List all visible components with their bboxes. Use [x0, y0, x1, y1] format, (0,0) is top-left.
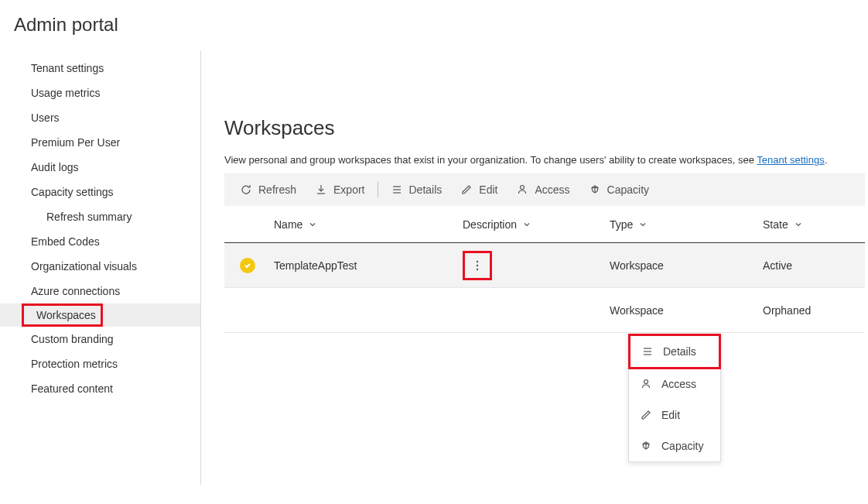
- table-header: Name Description Type State: [224, 206, 865, 243]
- export-button[interactable]: Export: [306, 173, 374, 206]
- nav-tenant-settings[interactable]: Tenant settings: [0, 56, 200, 81]
- chevron-down-icon: [795, 221, 802, 228]
- col-state[interactable]: State: [763, 218, 865, 231]
- more-options-button[interactable]: [466, 255, 488, 276]
- nav-usage-metrics[interactable]: Usage metrics: [0, 81, 200, 105]
- svg-point-12: [644, 380, 648, 384]
- col-type[interactable]: Type: [610, 218, 763, 231]
- capacity-icon: [640, 440, 652, 452]
- page-title: Workspaces: [224, 116, 865, 140]
- cell-state: Active: [763, 259, 865, 272]
- menu-edit-label: Edit: [661, 409, 680, 421]
- access-label: Access: [535, 183, 569, 196]
- highlight-annotation: Details: [628, 334, 721, 369]
- main-layout: Tenant settings Usage metrics Users Prem…: [0, 51, 868, 485]
- details-icon: [391, 183, 403, 196]
- capacity-icon: [589, 183, 601, 196]
- capacity-button[interactable]: Capacity: [579, 173, 658, 206]
- col-description[interactable]: Description: [463, 218, 610, 231]
- table-row[interactable]: TemplateAppTest Workspace Active: [224, 243, 865, 288]
- table-row[interactable]: Workspace Orphaned: [224, 288, 865, 333]
- chevron-down-icon: [523, 221, 531, 228]
- toolbar: Refresh Export Details Edit: [224, 173, 865, 206]
- menu-details-label: Details: [663, 345, 696, 358]
- page-description-text: View personal and group workspaces that …: [224, 154, 757, 166]
- cell-type: Workspace: [610, 259, 763, 272]
- cell-type: Workspace: [610, 304, 763, 317]
- edit-button[interactable]: Edit: [451, 173, 507, 206]
- menu-item-access[interactable]: Access: [629, 369, 720, 399]
- nav-azure-connections[interactable]: Azure connections: [0, 279, 200, 303]
- details-label: Details: [409, 183, 443, 196]
- cell-name: TemplateAppTest: [274, 259, 463, 272]
- access-icon: [516, 183, 528, 196]
- nav-refresh-summary[interactable]: Refresh summary: [0, 204, 200, 229]
- menu-item-capacity[interactable]: Capacity: [629, 430, 720, 461]
- col-type-label: Type: [610, 218, 633, 231]
- nav-custom-branding[interactable]: Custom branding: [0, 327, 200, 351]
- col-name[interactable]: Name: [274, 218, 463, 231]
- nav-audit-logs[interactable]: Audit logs: [0, 155, 200, 180]
- portal-title: Admin portal: [0, 0, 868, 51]
- access-button[interactable]: Access: [507, 173, 579, 206]
- refresh-icon: [240, 183, 252, 196]
- nav-featured-content[interactable]: Featured content: [0, 376, 200, 401]
- tenant-settings-link[interactable]: Tenant settings: [757, 154, 824, 166]
- export-label: Export: [333, 183, 364, 196]
- access-icon: [640, 378, 652, 390]
- chevron-down-icon: [639, 221, 647, 228]
- svg-point-8: [477, 268, 478, 269]
- workspaces-table: Name Description Type State: [224, 206, 865, 333]
- menu-capacity-label: Capacity: [661, 440, 703, 452]
- cell-description: [463, 251, 610, 280]
- refresh-label: Refresh: [258, 183, 296, 196]
- row-check[interactable]: [224, 258, 274, 273]
- export-icon: [315, 183, 327, 196]
- nav-workspaces-label: Workspaces: [29, 304, 96, 326]
- svg-point-3: [521, 186, 525, 190]
- svg-point-7: [477, 264, 478, 266]
- page-description-post: .: [825, 154, 828, 166]
- nav-embed-codes[interactable]: Embed Codes: [0, 229, 200, 254]
- nav-workspaces[interactable]: Workspaces: [0, 303, 200, 327]
- nav-users[interactable]: Users: [0, 105, 200, 130]
- main-content: Workspaces View personal and group works…: [201, 51, 868, 485]
- page-description: View personal and group workspaces that …: [224, 154, 865, 166]
- menu-item-details[interactable]: Details: [630, 336, 719, 367]
- capacity-label: Capacity: [607, 183, 649, 196]
- highlight-annotation: [463, 251, 492, 280]
- nav-premium-per-user[interactable]: Premium Per User: [0, 130, 200, 155]
- row-context-menu: Details Access Edit Capacity: [628, 334, 721, 462]
- refresh-button[interactable]: Refresh: [231, 173, 306, 206]
- edit-icon: [460, 183, 473, 196]
- nav-protection-metrics[interactable]: Protection metrics: [0, 351, 200, 376]
- nav-organizational-visuals[interactable]: Organizational visuals: [0, 254, 200, 279]
- edit-label: Edit: [479, 183, 497, 196]
- checkmark-icon: [240, 258, 255, 273]
- toolbar-separator: [378, 182, 378, 197]
- col-description-label: Description: [463, 218, 517, 231]
- details-icon: [641, 345, 654, 358]
- chevron-down-icon: [309, 221, 316, 228]
- sidebar: Tenant settings Usage metrics Users Prem…: [0, 51, 201, 485]
- menu-access-label: Access: [661, 378, 696, 390]
- nav-capacity-settings[interactable]: Capacity settings: [0, 180, 200, 204]
- col-name-label: Name: [274, 218, 302, 231]
- highlight-annotation: Workspaces: [22, 303, 103, 327]
- edit-icon: [640, 409, 652, 421]
- col-state-label: State: [763, 218, 788, 231]
- details-button[interactable]: Details: [381, 173, 452, 206]
- menu-item-edit[interactable]: Edit: [629, 399, 720, 430]
- svg-point-6: [477, 260, 478, 262]
- cell-state: Orphaned: [763, 304, 865, 317]
